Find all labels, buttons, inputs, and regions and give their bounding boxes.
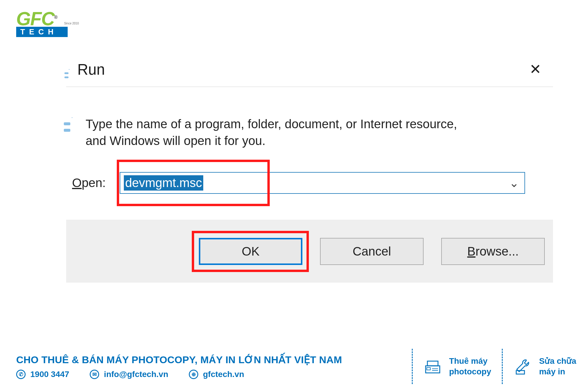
dialog-title: Run xyxy=(77,61,105,78)
svc1-text: Thuê máy photocopy xyxy=(449,356,491,377)
brand-logo: GFC® Since 2010 TECH xyxy=(16,12,71,37)
contacts: ✆ 1900 3447 ✉ info@gfctech.vn ⊕ gfctech.… xyxy=(16,370,401,379)
contact-phone: ✆ 1900 3447 xyxy=(16,370,69,379)
site-text: gfctech.vn xyxy=(203,370,244,379)
button-bar: OK Cancel Browse... xyxy=(66,220,553,283)
titlebar-left: Run xyxy=(69,61,105,78)
phone-text: 1900 3447 xyxy=(30,370,69,379)
svc2-line1: Sửa chữa xyxy=(539,356,576,366)
logo-sub: TECH xyxy=(16,27,68,37)
svc1-line1: Thuê máy xyxy=(449,356,491,366)
copier-icon xyxy=(423,357,442,376)
logo-top-text: GFC xyxy=(16,8,54,29)
browse-button[interactable]: Browse... xyxy=(441,238,545,265)
titlebar: Run ✕ xyxy=(66,59,553,87)
open-accel: O xyxy=(72,176,82,190)
open-value[interactable]: devmgmt.msc xyxy=(124,175,203,191)
cancel-button[interactable]: Cancel xyxy=(320,238,424,265)
svc2-text: Sửa chữa máy in xyxy=(539,356,576,377)
cancel-label: Cancel xyxy=(353,244,391,258)
info-bar: CHO THUÊ & BÁN MÁY PHOTOCOPY, MÁY IN LỚN… xyxy=(0,341,588,392)
chevron-down-icon[interactable]: ⌄ xyxy=(509,176,519,190)
ok-wrap: OK xyxy=(199,238,302,265)
browse-rest: rowse... xyxy=(475,244,519,258)
run-dialog: Run ✕ Type the name of a program, folder… xyxy=(66,59,553,283)
separator-2 xyxy=(502,349,503,384)
instruction-text: Type the name of a program, folder, docu… xyxy=(86,116,477,149)
infobar-headline: CHO THUÊ & BÁN MÁY PHOTOCOPY, MÁY IN LỚN… xyxy=(16,354,401,366)
service-repair: Sửa chữa máy in xyxy=(513,356,576,377)
globe-icon: ⊕ xyxy=(189,370,198,379)
email-text: info@gfctech.vn xyxy=(104,370,168,379)
mail-icon: ✉ xyxy=(90,370,99,379)
wrench-icon xyxy=(513,357,532,376)
svg-rect-1 xyxy=(427,361,438,366)
svc1-line2: photocopy xyxy=(449,366,491,377)
logo-top: GFC® xyxy=(16,12,71,26)
service-rent: Thuê máy photocopy xyxy=(423,356,491,377)
open-rest: pen: xyxy=(82,176,106,190)
separator-1 xyxy=(412,349,413,384)
ok-button[interactable]: OK xyxy=(199,238,302,265)
contact-email: ✉ info@gfctech.vn xyxy=(90,370,168,379)
dialog-body: Type the name of a program, folder, docu… xyxy=(66,87,553,167)
svc2-line2: máy in xyxy=(539,366,576,377)
infobar-main: CHO THUÊ & BÁN MÁY PHOTOCOPY, MÁY IN LỚN… xyxy=(16,354,401,379)
svg-rect-0 xyxy=(426,366,440,373)
browse-label: Browse... xyxy=(467,244,519,258)
logo-registered: ® xyxy=(54,15,57,20)
contact-site: ⊕ gfctech.vn xyxy=(189,370,244,379)
close-icon[interactable]: ✕ xyxy=(527,61,544,78)
open-row: Open: devmgmt.msc ⌄ xyxy=(66,167,553,220)
open-combobox[interactable]: devmgmt.msc ⌄ xyxy=(120,172,525,194)
logo-tagline: Since 2010 xyxy=(64,22,79,25)
open-label: Open: xyxy=(72,176,106,190)
open-field-wrap: devmgmt.msc ⌄ xyxy=(120,172,525,194)
browse-accel: B xyxy=(467,244,475,258)
phone-icon: ✆ xyxy=(16,370,26,379)
ok-label: OK xyxy=(242,244,260,258)
svg-rect-2 xyxy=(427,368,430,370)
